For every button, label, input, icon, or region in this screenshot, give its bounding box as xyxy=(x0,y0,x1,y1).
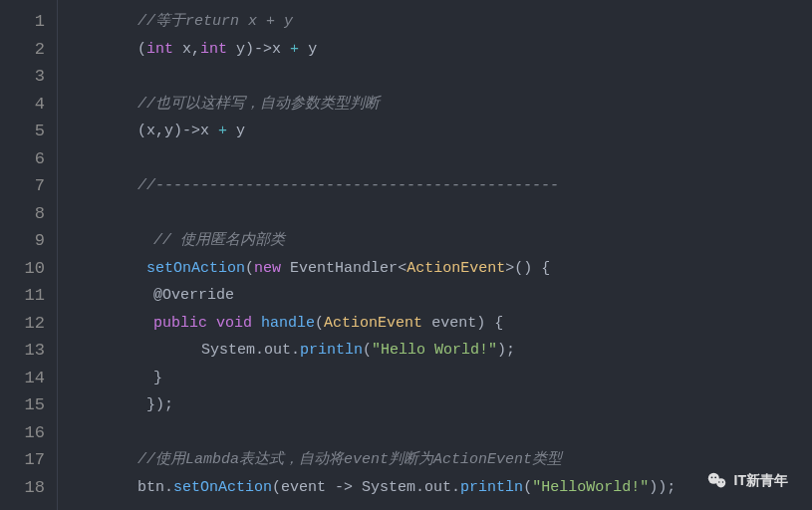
keyword: int xyxy=(146,41,173,58)
line-number: 13 xyxy=(8,337,45,365)
line-number: 11 xyxy=(8,282,45,310)
code-line: (x,y)->x + y xyxy=(74,118,812,145)
classname: EventHandler xyxy=(290,260,398,277)
paren: ( xyxy=(523,479,532,496)
method-call: println xyxy=(460,479,523,496)
comment-text: //使用Lambda表达式，自动将event判断为ActionEvent类型 xyxy=(137,451,562,468)
keyword: void xyxy=(216,315,252,332)
line-number: 6 xyxy=(8,145,45,173)
method-call: println xyxy=(300,342,363,359)
code-line: // 使用匿名内部类 xyxy=(74,227,812,255)
svg-point-2 xyxy=(710,476,712,478)
space xyxy=(252,315,261,332)
operator: + xyxy=(290,41,299,58)
line-number: 10 xyxy=(8,255,45,283)
svg-point-5 xyxy=(721,481,722,482)
line-number: 9 xyxy=(8,227,45,255)
paren: ); xyxy=(497,342,515,359)
line-number: 3 xyxy=(8,63,45,91)
arrow-op: )-> xyxy=(245,41,272,58)
brace: }); xyxy=(146,396,173,413)
string-literal: "Hello World!" xyxy=(372,342,497,359)
line-number: 1 xyxy=(8,8,45,36)
line-number: 8 xyxy=(8,200,45,228)
paren: ( xyxy=(137,41,146,58)
comment-divider: //--------------------------------------… xyxy=(137,177,559,194)
expr: x xyxy=(272,41,290,58)
code-line: setOnAction(new EventHandler<ActionEvent… xyxy=(74,255,812,283)
paren: ( xyxy=(245,260,254,277)
arrow-op: -> xyxy=(335,479,353,496)
comment-text: // 使用匿名内部类 xyxy=(153,232,285,249)
code-line xyxy=(74,63,812,91)
paren: ( xyxy=(315,315,324,332)
svg-point-3 xyxy=(714,476,716,478)
comment-text: //也可以这样写，自动参数类型判断 xyxy=(137,96,380,113)
variable: x, xyxy=(173,41,200,58)
space xyxy=(207,315,216,332)
keyword: new xyxy=(254,260,281,277)
keyword: int xyxy=(200,41,227,58)
method-name: handle xyxy=(261,315,315,332)
line-number: 2 xyxy=(8,36,45,64)
code-line: } xyxy=(74,365,812,392)
line-number: 14 xyxy=(8,365,45,392)
line-number: 16 xyxy=(8,419,45,447)
paren: )); xyxy=(649,479,676,496)
type-param: ActionEvent xyxy=(406,260,505,277)
line-number: 7 xyxy=(8,172,45,200)
method-call: setOnAction xyxy=(173,479,272,496)
comment-text: //等于return x + y xyxy=(137,13,293,30)
object-ref: btn. xyxy=(137,479,173,496)
param: (event xyxy=(272,479,335,496)
svg-point-1 xyxy=(716,478,725,487)
line-number: 4 xyxy=(8,91,45,119)
code-line: @Override xyxy=(74,282,812,310)
wechat-icon xyxy=(706,470,728,492)
brace: () { xyxy=(514,260,550,277)
code-line: (int x,int y)->x + y xyxy=(74,36,812,64)
code-line: //也可以这样写，自动参数类型判断 xyxy=(74,91,812,119)
watermark-label: IT新青年 xyxy=(734,472,788,490)
code-line: //使用Lambda表达式，自动将event判断为ActionEvent类型 xyxy=(74,446,812,474)
angle-bracket: > xyxy=(505,260,514,277)
paren: ( xyxy=(363,342,372,359)
code-line: //等于return x + y xyxy=(74,8,812,36)
object-ref: System.out. xyxy=(201,342,300,359)
line-number-gutter: 1 2 3 4 5 6 7 8 9 10 11 12 13 14 15 16 1… xyxy=(0,0,58,510)
line-number: 12 xyxy=(8,310,45,338)
type: ActionEvent xyxy=(324,315,422,332)
paren: (x,y) xyxy=(137,123,182,139)
arrow-op: -> xyxy=(182,123,200,139)
param: event) { xyxy=(422,315,503,332)
line-number: 18 xyxy=(8,474,45,502)
expr: y xyxy=(299,41,317,58)
angle-bracket: < xyxy=(398,260,406,277)
brace: } xyxy=(153,370,162,386)
code-line xyxy=(74,419,812,447)
line-number: 17 xyxy=(8,446,45,474)
operator: + xyxy=(218,123,227,139)
object-ref: System.out. xyxy=(353,479,460,496)
space xyxy=(281,260,290,277)
code-line xyxy=(74,200,812,228)
code-line: System.out.println("Hello World!"); xyxy=(74,337,812,365)
code-line: //--------------------------------------… xyxy=(74,172,812,200)
function-call: setOnAction xyxy=(146,260,245,277)
code-line: public void handle(ActionEvent event) { xyxy=(74,310,812,338)
expr: x xyxy=(200,123,218,139)
line-number: 15 xyxy=(8,391,45,419)
svg-point-4 xyxy=(718,481,719,482)
line-number: 5 xyxy=(8,118,45,145)
code-line: }); xyxy=(74,391,812,419)
watermark: IT新青年 xyxy=(706,470,788,492)
code-area[interactable]: //等于return x + y (int x,int y)->x + y //… xyxy=(58,0,812,510)
variable: y xyxy=(227,41,245,58)
code-editor: 1 2 3 4 5 6 7 8 9 10 11 12 13 14 15 16 1… xyxy=(0,0,812,510)
keyword: public xyxy=(153,315,207,332)
code-line: btn.setOnAction(event -> System.out.prin… xyxy=(74,474,812,502)
expr: y xyxy=(227,123,245,139)
annotation: @Override xyxy=(153,287,234,304)
string-literal: "HelloWorld!" xyxy=(532,479,649,496)
code-line xyxy=(74,145,812,173)
